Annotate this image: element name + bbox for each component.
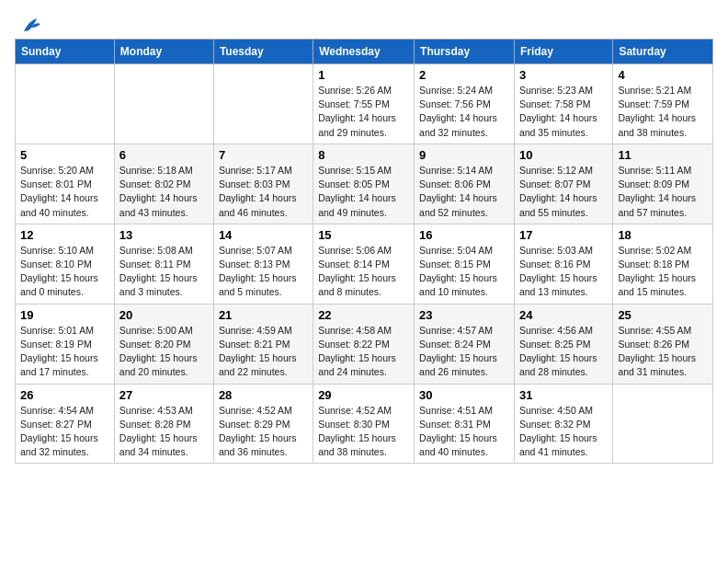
- day-number: 30: [419, 388, 509, 402]
- day-info: Sunrise: 5:14 AM Sunset: 8:06 PM Dayligh…: [419, 164, 509, 220]
- day-number: 24: [519, 308, 608, 322]
- calendar-week-row: 5Sunrise: 5:20 AM Sunset: 8:01 PM Daylig…: [16, 144, 713, 224]
- calendar-cell: 7Sunrise: 5:17 AM Sunset: 8:03 PM Daylig…: [213, 144, 313, 224]
- calendar-header-wednesday: Wednesday: [313, 40, 415, 64]
- day-number: 6: [119, 148, 209, 162]
- calendar-cell: 2Sunrise: 5:24 AM Sunset: 7:56 PM Daylig…: [415, 64, 515, 144]
- day-info: Sunrise: 4:58 AM Sunset: 8:22 PM Dayligh…: [318, 324, 409, 380]
- calendar-cell: 6Sunrise: 5:18 AM Sunset: 8:02 PM Daylig…: [114, 144, 213, 224]
- day-info: Sunrise: 5:11 AM Sunset: 8:09 PM Dayligh…: [618, 164, 708, 220]
- calendar-cell: 17Sunrise: 5:03 AM Sunset: 8:16 PM Dayli…: [514, 224, 612, 304]
- page-header: [15, 15, 713, 29]
- calendar-cell: 5Sunrise: 5:20 AM Sunset: 8:01 PM Daylig…: [16, 144, 115, 224]
- calendar-cell: [613, 384, 713, 464]
- calendar-cell: 21Sunrise: 4:59 AM Sunset: 8:21 PM Dayli…: [213, 304, 313, 384]
- day-number: 31: [519, 388, 608, 402]
- day-number: 20: [119, 308, 209, 322]
- day-info: Sunrise: 4:57 AM Sunset: 8:24 PM Dayligh…: [419, 324, 509, 380]
- calendar-cell: 27Sunrise: 4:53 AM Sunset: 8:28 PM Dayli…: [114, 384, 213, 464]
- day-number: 1: [318, 68, 409, 82]
- day-info: Sunrise: 5:10 AM Sunset: 8:10 PM Dayligh…: [20, 244, 109, 300]
- calendar-cell: 11Sunrise: 5:11 AM Sunset: 8:09 PM Dayli…: [613, 144, 713, 224]
- day-info: Sunrise: 5:21 AM Sunset: 7:59 PM Dayligh…: [618, 84, 708, 140]
- day-number: 5: [20, 148, 109, 162]
- calendar-cell: 10Sunrise: 5:12 AM Sunset: 8:07 PM Dayli…: [514, 144, 612, 224]
- day-info: Sunrise: 4:52 AM Sunset: 8:29 PM Dayligh…: [219, 404, 308, 460]
- day-number: 23: [419, 308, 509, 322]
- calendar-cell: 29Sunrise: 4:52 AM Sunset: 8:30 PM Dayli…: [313, 384, 415, 464]
- day-info: Sunrise: 5:02 AM Sunset: 8:18 PM Dayligh…: [618, 244, 708, 300]
- logo: [15, 15, 44, 29]
- day-number: 10: [519, 148, 608, 162]
- day-number: 16: [419, 228, 509, 242]
- day-number: 18: [618, 228, 708, 242]
- day-number: 8: [318, 148, 409, 162]
- day-info: Sunrise: 5:12 AM Sunset: 8:07 PM Dayligh…: [519, 164, 608, 220]
- day-number: 9: [419, 148, 509, 162]
- day-number: 27: [119, 388, 209, 402]
- day-info: Sunrise: 5:07 AM Sunset: 8:13 PM Dayligh…: [219, 244, 308, 300]
- day-info: Sunrise: 5:03 AM Sunset: 8:16 PM Dayligh…: [519, 244, 608, 300]
- calendar-week-row: 1Sunrise: 5:26 AM Sunset: 7:55 PM Daylig…: [16, 64, 713, 144]
- day-info: Sunrise: 5:24 AM Sunset: 7:56 PM Dayligh…: [419, 84, 509, 140]
- calendar-cell: 18Sunrise: 5:02 AM Sunset: 8:18 PM Dayli…: [613, 224, 713, 304]
- day-number: 12: [20, 228, 109, 242]
- calendar-cell: 9Sunrise: 5:14 AM Sunset: 8:06 PM Daylig…: [415, 144, 515, 224]
- day-info: Sunrise: 4:54 AM Sunset: 8:27 PM Dayligh…: [20, 404, 109, 460]
- calendar-cell: 8Sunrise: 5:15 AM Sunset: 8:05 PM Daylig…: [313, 144, 415, 224]
- calendar-cell: 16Sunrise: 5:04 AM Sunset: 8:15 PM Dayli…: [415, 224, 515, 304]
- calendar-cell: [16, 64, 115, 144]
- logo-bird-icon: [17, 15, 44, 35]
- calendar-cell: 22Sunrise: 4:58 AM Sunset: 8:22 PM Dayli…: [313, 304, 415, 384]
- day-number: 26: [20, 388, 109, 402]
- day-info: Sunrise: 4:51 AM Sunset: 8:31 PM Dayligh…: [419, 404, 509, 460]
- day-info: Sunrise: 5:15 AM Sunset: 8:05 PM Dayligh…: [318, 164, 409, 220]
- day-info: Sunrise: 4:53 AM Sunset: 8:28 PM Dayligh…: [119, 404, 209, 460]
- calendar-cell: 30Sunrise: 4:51 AM Sunset: 8:31 PM Dayli…: [415, 384, 515, 464]
- day-number: 14: [219, 228, 308, 242]
- calendar-header-row: SundayMondayTuesdayWednesdayThursdayFrid…: [16, 40, 713, 64]
- day-number: 3: [519, 68, 608, 82]
- day-number: 13: [119, 228, 209, 242]
- calendar-cell: [114, 64, 213, 144]
- day-number: 21: [219, 308, 308, 322]
- day-info: Sunrise: 4:52 AM Sunset: 8:30 PM Dayligh…: [318, 404, 409, 460]
- calendar-cell: 1Sunrise: 5:26 AM Sunset: 7:55 PM Daylig…: [313, 64, 415, 144]
- day-number: 4: [618, 68, 708, 82]
- calendar-week-row: 12Sunrise: 5:10 AM Sunset: 8:10 PM Dayli…: [16, 224, 713, 304]
- day-number: 17: [519, 228, 608, 242]
- day-number: 22: [318, 308, 409, 322]
- day-number: 7: [219, 148, 308, 162]
- day-number: 19: [20, 308, 109, 322]
- day-info: Sunrise: 5:20 AM Sunset: 8:01 PM Dayligh…: [20, 164, 109, 220]
- calendar-cell: 12Sunrise: 5:10 AM Sunset: 8:10 PM Dayli…: [16, 224, 115, 304]
- day-info: Sunrise: 4:59 AM Sunset: 8:21 PM Dayligh…: [219, 324, 308, 380]
- day-info: Sunrise: 5:04 AM Sunset: 8:15 PM Dayligh…: [419, 244, 509, 300]
- calendar-cell: 13Sunrise: 5:08 AM Sunset: 8:11 PM Dayli…: [114, 224, 213, 304]
- calendar-header-monday: Monday: [114, 40, 213, 64]
- day-info: Sunrise: 4:56 AM Sunset: 8:25 PM Dayligh…: [519, 324, 608, 380]
- day-info: Sunrise: 5:26 AM Sunset: 7:55 PM Dayligh…: [318, 84, 409, 140]
- calendar-header-saturday: Saturday: [613, 40, 713, 64]
- calendar-header-tuesday: Tuesday: [213, 40, 313, 64]
- day-number: 29: [318, 388, 409, 402]
- calendar-header-thursday: Thursday: [415, 40, 515, 64]
- calendar-cell: 19Sunrise: 5:01 AM Sunset: 8:19 PM Dayli…: [16, 304, 115, 384]
- day-number: 28: [219, 388, 308, 402]
- calendar-cell: 26Sunrise: 4:54 AM Sunset: 8:27 PM Dayli…: [16, 384, 115, 464]
- day-info: Sunrise: 5:08 AM Sunset: 8:11 PM Dayligh…: [119, 244, 209, 300]
- day-info: Sunrise: 4:55 AM Sunset: 8:26 PM Dayligh…: [618, 324, 708, 380]
- calendar-header-sunday: Sunday: [16, 40, 115, 64]
- calendar-cell: [213, 64, 313, 144]
- day-info: Sunrise: 5:23 AM Sunset: 7:58 PM Dayligh…: [519, 84, 608, 140]
- day-number: 25: [618, 308, 708, 322]
- calendar-cell: 24Sunrise: 4:56 AM Sunset: 8:25 PM Dayli…: [514, 304, 612, 384]
- calendar-cell: 4Sunrise: 5:21 AM Sunset: 7:59 PM Daylig…: [613, 64, 713, 144]
- calendar-cell: 23Sunrise: 4:57 AM Sunset: 8:24 PM Dayli…: [415, 304, 515, 384]
- calendar-cell: 28Sunrise: 4:52 AM Sunset: 8:29 PM Dayli…: [213, 384, 313, 464]
- day-info: Sunrise: 5:06 AM Sunset: 8:14 PM Dayligh…: [318, 244, 409, 300]
- day-number: 2: [419, 68, 509, 82]
- calendar-cell: 15Sunrise: 5:06 AM Sunset: 8:14 PM Dayli…: [313, 224, 415, 304]
- day-info: Sunrise: 4:50 AM Sunset: 8:32 PM Dayligh…: [519, 404, 608, 460]
- day-number: 11: [618, 148, 708, 162]
